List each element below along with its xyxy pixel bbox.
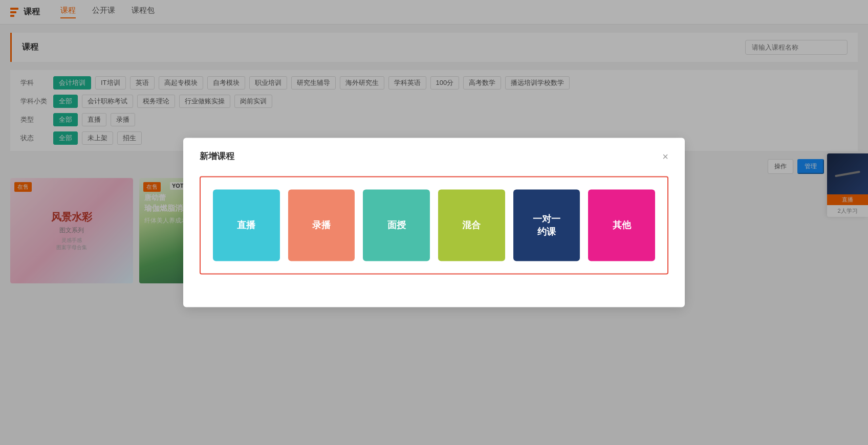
course-type-other[interactable]: 其他: [588, 190, 655, 261]
course-type-grid: 直播 录播 面授 混合 一对一 约课 其他: [200, 176, 668, 275]
modal-new-course: 新增课程 × 直播 录播 面授 混合 一对一 约课 其他: [183, 138, 685, 300]
course-type-recorded[interactable]: 录播: [288, 190, 355, 261]
course-type-face[interactable]: 面授: [363, 190, 430, 261]
close-icon[interactable]: ×: [662, 151, 668, 161]
modal-title: 新增课程: [200, 150, 234, 162]
modal-header: 新增课程 ×: [200, 150, 668, 162]
course-type-oneone[interactable]: 一对一 约课: [513, 190, 580, 261]
course-type-live[interactable]: 直播: [213, 190, 280, 261]
course-type-mixed[interactable]: 混合: [438, 190, 505, 261]
